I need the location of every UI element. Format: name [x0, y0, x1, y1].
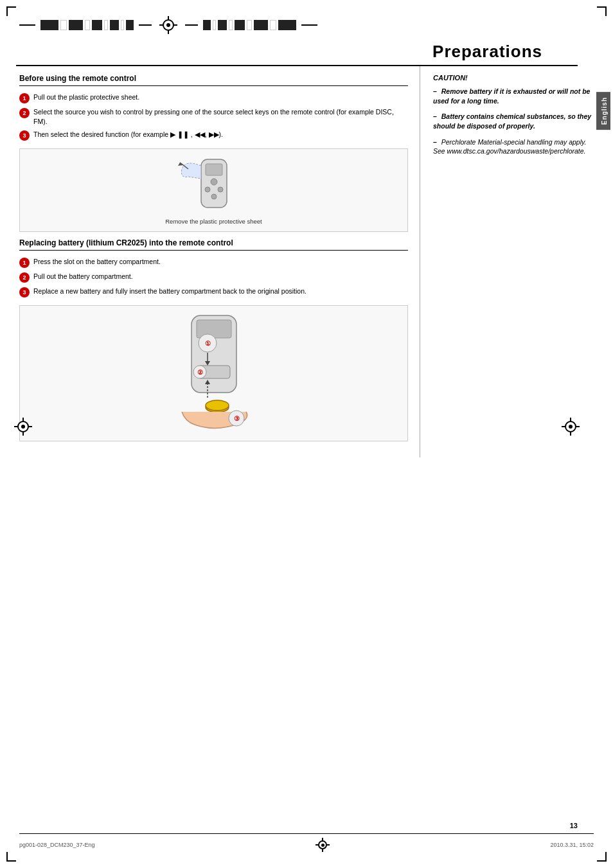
language-sidebar: English — [594, 66, 613, 457]
center-crosshair-top — [159, 16, 177, 34]
step-text-b1: Press the slot on the battery compartmen… — [33, 257, 408, 267]
svg-point-4 — [218, 187, 223, 192]
step-number-3: 3 — [19, 130, 30, 141]
section-before-using: Before using the remote control 1 Pull o… — [19, 74, 408, 232]
corner-mark-br — [597, 852, 607, 862]
page-title: Preparations — [432, 42, 542, 61]
caution-dash-1: – — [433, 87, 437, 95]
step-text-3: Then select the desired function (for ex… — [33, 130, 408, 139]
step-number-b1: 1 — [19, 258, 30, 268]
svg-text:①: ① — [204, 340, 210, 347]
caution-item-3: – Perchlorate Material-special handling … — [433, 137, 594, 156]
top-pattern-right — [203, 20, 296, 30]
footer-left: pg001-028_DCM230_37-Eng — [19, 842, 95, 848]
caution-bold-1: Remove battery if it is exhausted or wil… — [433, 87, 590, 105]
corner-mark-tl — [6, 6, 16, 16]
top-pattern-left — [40, 20, 134, 30]
caution-dash-3: – — [433, 138, 437, 146]
image-remove-plastic: Remove the plastic protective sheet — [19, 148, 408, 232]
svg-text:②: ② — [197, 369, 202, 376]
svg-point-2 — [211, 179, 217, 185]
step-text-b3: Replace a new battery and fully insert t… — [33, 287, 408, 296]
image-battery-replace: ① ② — [19, 305, 408, 441]
step-number-2: 2 — [19, 108, 30, 118]
step-number-b2: 2 — [19, 272, 30, 283]
caution-item-1: – Remove battery if it is exhausted or w… — [433, 87, 594, 105]
section-replacing-battery: Replacing battery (lithium CR2025) into … — [19, 238, 408, 441]
step-text-b2: Pull out the battery compartment. — [33, 272, 408, 281]
section1-heading: Before using the remote control — [19, 74, 408, 86]
caution-section: CAUTION! – Remove battery if it is exhau… — [433, 74, 594, 156]
section2-steps: 1 Press the slot on the battery compartm… — [19, 257, 408, 297]
step-item: 3 Then select the desired function (for … — [19, 130, 408, 141]
caution-bold-2: Battery contains chemical substances, so… — [433, 112, 591, 130]
caution-dash-2: – — [433, 112, 437, 120]
section2-heading: Replacing battery (lithium CR2025) into … — [19, 238, 408, 251]
english-tab: English — [596, 92, 610, 130]
step-number-b3: 3 — [19, 287, 30, 297]
remote-battery-illustration: ① ② — [156, 312, 272, 434]
section1-steps: 1 Pull out the plastic protective sheet.… — [19, 93, 408, 141]
step-item: 2 Pull out the battery compartment. — [19, 272, 408, 283]
image1-caption: Remove the plastic protective sheet — [165, 218, 262, 225]
caution-title: CAUTION! — [433, 74, 594, 82]
svg-rect-1 — [206, 164, 222, 175]
crosshair-bottom — [315, 838, 330, 852]
step-item: 3 Replace a new battery and fully insert… — [19, 287, 408, 297]
step-text-2: Select the source you wish to control by… — [33, 107, 408, 126]
step-item: 1 Press the slot on the battery compartm… — [19, 257, 408, 268]
left-column: Before using the remote control 1 Pull o… — [19, 66, 420, 457]
top-decorative-bar — [0, 0, 613, 39]
step-item: 2 Select the source you wish to control … — [19, 107, 408, 126]
caution-item-2: – Battery contains chemical substances, … — [433, 112, 594, 130]
page-number: 13 — [570, 822, 578, 829]
footer-right: 2010.3.31, 15:02 — [550, 842, 594, 848]
svg-text:③: ③ — [233, 415, 239, 422]
caution-normal-3: Perchlorate Material-special handling ma… — [433, 138, 586, 155]
svg-rect-9 — [197, 320, 231, 338]
corner-mark-bl — [6, 852, 16, 862]
svg-point-3 — [205, 187, 210, 192]
step-number-1: 1 — [19, 93, 30, 103]
page-title-area: Preparations — [0, 39, 594, 66]
step-text-1: Pull out the plastic protective sheet. — [33, 93, 408, 102]
footer-center-area — [95, 838, 551, 852]
corner-mark-tr — [597, 6, 607, 16]
svg-point-5 — [211, 194, 217, 199]
crosshair-left — [14, 418, 32, 436]
right-column: CAUTION! – Remove battery if it is exhau… — [420, 66, 594, 457]
remote-illustration-1 — [172, 156, 256, 214]
footer-bar: pg001-028_DCM230_37-Eng 2010.3.31, 15:02 — [19, 833, 594, 852]
svg-point-18 — [206, 400, 229, 411]
crosshair-right — [562, 418, 580, 436]
step-item: 1 Pull out the plastic protective sheet. — [19, 93, 408, 103]
